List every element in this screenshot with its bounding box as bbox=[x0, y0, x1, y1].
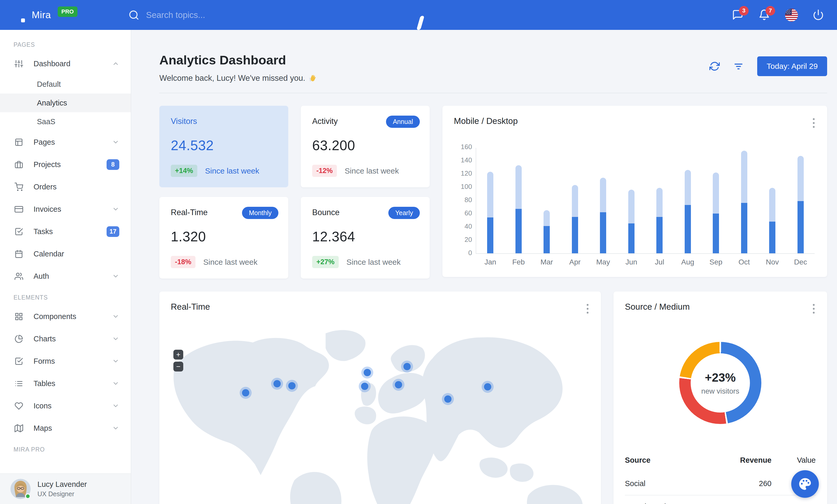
main-content: Analytics Dashboard Welcome back, Lucy! … bbox=[131, 30, 837, 504]
stat-value: 24.532 bbox=[171, 137, 277, 153]
refresh-icon[interactable] bbox=[709, 61, 720, 72]
mobile-desktop-chart-card: Mobile / Desktop 020406080100120140160Ja… bbox=[442, 106, 827, 277]
messages-button[interactable]: 3 bbox=[732, 9, 744, 21]
sidebar-item-icons[interactable]: Icons bbox=[0, 395, 131, 417]
notifications-button[interactable]: 7 bbox=[759, 9, 770, 21]
bar-oct[interactable]: Oct bbox=[730, 148, 759, 253]
y-axis-tick: 160 bbox=[454, 143, 472, 151]
cell-source: Social bbox=[625, 479, 719, 488]
brand-name: Mira bbox=[32, 10, 51, 20]
x-axis-label: Apr bbox=[561, 258, 589, 266]
sidebar-item-label: Calendar bbox=[34, 250, 64, 258]
stat-period-badge[interactable]: Monthly bbox=[242, 207, 279, 219]
map-marker[interactable] bbox=[404, 363, 411, 370]
map-zoom-out-button[interactable]: − bbox=[173, 362, 183, 372]
chev-down-icon bbox=[112, 205, 119, 213]
x-axis-label: Jan bbox=[476, 258, 504, 266]
cell-revenue: 125 bbox=[719, 502, 771, 504]
today-date-button[interactable]: Today: April 29 bbox=[757, 56, 827, 76]
stat-period-badge[interactable]: Yearly bbox=[388, 207, 420, 219]
chev-down-icon bbox=[112, 273, 119, 280]
stat-change-chip: +27% bbox=[312, 256, 339, 268]
stat-note: Since last week bbox=[203, 258, 257, 266]
y-axis-tick: 60 bbox=[454, 209, 472, 217]
cell-source: Search Engines bbox=[625, 502, 719, 504]
sidebar-item-forms[interactable]: Forms bbox=[0, 350, 131, 372]
map-marker[interactable] bbox=[273, 380, 281, 387]
sidebar-item-projects[interactable]: Projects8 bbox=[0, 153, 131, 175]
sidebar-item-auth[interactable]: Auth bbox=[0, 265, 131, 287]
table-header-row: SourceRevenueValue bbox=[625, 449, 816, 472]
sidebar-item-label: Charts bbox=[34, 335, 56, 343]
bar-nov[interactable]: Nov bbox=[758, 148, 787, 253]
filter-icon[interactable] bbox=[733, 61, 744, 72]
stat-note: Since last week bbox=[346, 258, 400, 266]
chart-menu-button[interactable] bbox=[812, 117, 816, 129]
sidebar-section-label: PAGES bbox=[0, 41, 131, 53]
bar-apr[interactable]: Apr bbox=[561, 148, 589, 253]
bar-feb[interactable]: Feb bbox=[504, 148, 533, 253]
bar-jan[interactable]: Jan bbox=[476, 148, 504, 253]
bar-may[interactable]: May bbox=[589, 148, 617, 253]
cell-value: -12% bbox=[771, 502, 816, 504]
map-marker[interactable] bbox=[364, 369, 371, 376]
sidebar-item-tasks[interactable]: Tasks17 bbox=[0, 220, 131, 243]
y-axis-tick: 0 bbox=[454, 249, 472, 257]
map-marker[interactable] bbox=[484, 383, 491, 390]
map-marker[interactable] bbox=[444, 395, 451, 403]
source-medium-menu-button[interactable] bbox=[812, 303, 816, 315]
sidebar-subitem-default[interactable]: Default bbox=[0, 75, 131, 94]
theme-settings-fab[interactable] bbox=[791, 470, 819, 498]
y-axis-tick: 80 bbox=[454, 196, 472, 204]
shopping-cart-icon bbox=[15, 183, 23, 191]
world-map[interactable]: + − bbox=[159, 292, 601, 504]
user-role: UX Designer bbox=[37, 490, 87, 498]
map-zoom-in-button[interactable]: + bbox=[173, 350, 183, 359]
sidebar-item-orders[interactable]: Orders bbox=[0, 175, 131, 198]
calendar-icon bbox=[15, 250, 23, 258]
sidebar: PAGESDashboardDefaultAnalyticsSaaSPagesP… bbox=[0, 30, 131, 504]
sidebar-subitem-saas[interactable]: SaaS bbox=[0, 112, 131, 131]
page: Mira PRO 3 7 bbox=[0, 0, 837, 504]
bar-jun[interactable]: Jun bbox=[617, 148, 646, 253]
sidebar-item-tables[interactable]: Tables bbox=[0, 372, 131, 395]
pro-badge: PRO bbox=[58, 6, 77, 17]
stat-value: 63.200 bbox=[312, 137, 418, 153]
sidebar-subitem-analytics[interactable]: Analytics bbox=[0, 94, 131, 112]
language-flag-button[interactable] bbox=[785, 8, 798, 22]
sidebar-item-charts[interactable]: Charts bbox=[0, 328, 131, 350]
donut-center-label: new visitors bbox=[701, 387, 739, 395]
world-map-svg bbox=[159, 323, 601, 504]
map-marker[interactable] bbox=[361, 383, 368, 390]
sidebar-section-label: ELEMENTS bbox=[0, 294, 131, 305]
sidebar-item-maps[interactable]: Maps bbox=[0, 417, 131, 439]
sidebar-item-label: Invoices bbox=[34, 205, 61, 213]
sidebar-item-pages[interactable]: Pages bbox=[0, 131, 131, 153]
sidebar-section-label: MIRA PRO bbox=[0, 446, 131, 457]
search-box[interactable] bbox=[128, 10, 281, 20]
chev-down-icon bbox=[112, 313, 119, 320]
bar-aug[interactable]: Aug bbox=[674, 148, 702, 253]
bar-dec[interactable]: Dec bbox=[787, 148, 815, 253]
online-status-dot bbox=[25, 493, 31, 499]
stat-note: Since last week bbox=[205, 167, 259, 175]
stat-period-badge[interactable]: Annual bbox=[386, 116, 420, 128]
sidebar-user[interactable]: Lucy Lavender UX Designer bbox=[0, 473, 131, 504]
brand[interactable]: Mira PRO bbox=[21, 8, 77, 22]
logout-button[interactable] bbox=[813, 9, 824, 21]
sidebar-item-invoices[interactable]: Invoices bbox=[0, 198, 131, 220]
bar-chart: 020406080100120140160JanFebMarAprMayJunJ… bbox=[476, 148, 815, 254]
bar-sep[interactable]: Sep bbox=[702, 148, 730, 253]
sidebar-item-dashboard[interactable]: Dashboard bbox=[0, 53, 131, 75]
sidebar-item-components[interactable]: Components bbox=[0, 305, 131, 328]
map-marker[interactable] bbox=[395, 381, 402, 388]
sidebar-item-calendar[interactable]: Calendar bbox=[0, 243, 131, 265]
us-flag-icon bbox=[785, 8, 798, 22]
cell-revenue: 260 bbox=[719, 479, 771, 488]
map-marker[interactable] bbox=[288, 382, 296, 389]
map-marker[interactable] bbox=[242, 389, 249, 396]
bar-jul[interactable]: Jul bbox=[645, 148, 674, 253]
search-input[interactable] bbox=[146, 10, 281, 20]
chart-title: Mobile / Desktop bbox=[442, 106, 827, 126]
bar-mar[interactable]: Mar bbox=[533, 148, 561, 253]
